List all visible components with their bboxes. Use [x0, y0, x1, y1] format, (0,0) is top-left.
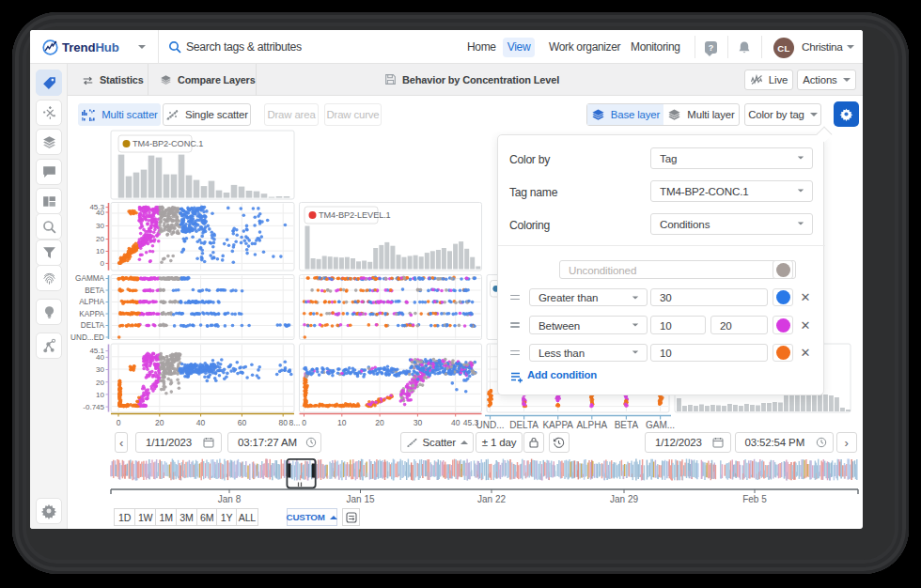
svg-text:40: 40 — [96, 209, 104, 217]
svg-text:TM4-BP2-CONC.1: TM4-BP2-CONC.1 — [133, 139, 203, 148]
svg-text:ALPHA: ALPHA — [79, 298, 104, 306]
svg-text:Jan 22: Jan 22 — [477, 494, 506, 504]
svg-text:60: 60 — [238, 418, 247, 427]
svg-text:DELTA: DELTA — [509, 420, 539, 430]
svg-text:0: 0 — [117, 418, 121, 427]
svg-text:20: 20 — [96, 379, 104, 387]
svg-text:Feb 5: Feb 5 — [742, 494, 767, 504]
svg-text:KAPPA: KAPPA — [542, 420, 573, 430]
svg-text:40: 40 — [451, 418, 460, 427]
svg-text:Jan 15: Jan 15 — [346, 494, 374, 504]
svg-text:GAMMA: GAMMA — [75, 274, 104, 283]
svg-text:ALPHA: ALPHA — [576, 420, 607, 430]
svg-text:30: 30 — [96, 222, 104, 230]
svg-text:TM4-BP2-LEVEL.1: TM4-BP2-LEVEL.1 — [319, 210, 391, 220]
svg-text:40: 40 — [196, 418, 206, 427]
svg-text:BETA: BETA — [615, 420, 639, 430]
svg-text:GAM...: GAM... — [646, 420, 675, 430]
svg-text:-0.745: -0.745 — [83, 403, 104, 411]
svg-text:UND...: UND... — [476, 420, 505, 430]
svg-text:20: 20 — [96, 235, 104, 243]
svg-text:0: 0 — [101, 259, 105, 268]
svg-text:40: 40 — [96, 353, 104, 362]
svg-text:KAPPA: KAPPA — [79, 310, 104, 318]
svg-text:8...: 8... — [289, 418, 301, 427]
svg-text:30: 30 — [414, 418, 423, 427]
svg-text:DELTA: DELTA — [81, 321, 105, 330]
svg-text:20: 20 — [155, 418, 164, 427]
svg-text:10: 10 — [96, 247, 104, 255]
svg-text:Jan 29: Jan 29 — [610, 494, 638, 504]
svg-text:80: 80 — [278, 418, 288, 427]
svg-text:10: 10 — [337, 418, 347, 427]
svg-text:Jan 8: Jan 8 — [218, 494, 242, 504]
svg-text:10: 10 — [96, 391, 104, 399]
svg-text:30: 30 — [96, 365, 104, 374]
svg-text:0: 0 — [302, 418, 306, 427]
svg-text:UND...ED: UND...ED — [70, 333, 104, 342]
svg-text:BETA: BETA — [85, 286, 104, 295]
svg-text:20: 20 — [375, 418, 384, 427]
